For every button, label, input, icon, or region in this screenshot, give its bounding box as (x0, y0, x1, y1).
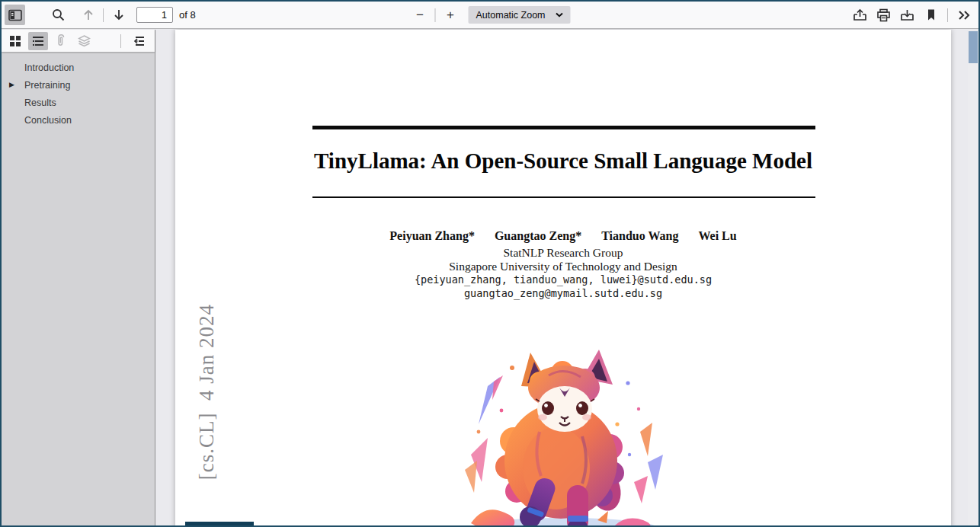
open-file-button[interactable] (850, 5, 870, 25)
double-chevron-icon (958, 10, 971, 21)
affiliation-group: StatNLP Research Group (175, 246, 951, 260)
tools-menu-button[interactable] (954, 5, 975, 25)
outline-item-label: Results (24, 97, 56, 108)
bookmark-icon (926, 8, 937, 21)
layers-view-button[interactable] (74, 32, 94, 50)
current-view-button[interactable] (921, 5, 941, 25)
arrow-up-icon (82, 8, 94, 21)
document-outline: Introduction ▶ Pretraining Results Concl… (2, 52, 155, 129)
arxiv-margin-text: [cs.CL] 4 Jan 2024 (195, 304, 219, 480)
page-count-label: of 8 (179, 9, 196, 21)
outline-item-introduction[interactable]: Introduction (2, 59, 155, 76)
toolbar-left-group: of 8 (2, 5, 196, 25)
vertical-scrollbar[interactable] (968, 30, 978, 525)
main-toolbar: of 8 − + Automatic Zoom (2, 2, 978, 29)
bottom-edge-artifact (185, 522, 254, 525)
email-line-2: guangtao_zeng@mymail.sutd.edu.sg (175, 287, 951, 299)
search-icon (52, 8, 65, 21)
zoom-out-button[interactable]: − (410, 5, 431, 25)
attachments-view-button[interactable] (51, 32, 71, 50)
save-button[interactable] (897, 5, 918, 25)
toggle-sidebar-button[interactable] (5, 5, 25, 25)
email-line-1: {peiyuan_zhang, tianduo_wang, luwei}@sut… (175, 273, 951, 286)
authors-line: Peiyuan Zhang*Guangtao Zeng*Tianduo Wang… (175, 229, 951, 243)
outline-view-button[interactable] (28, 32, 48, 50)
title-rule-top (312, 126, 815, 129)
sidebar-toggle-icon (8, 9, 22, 21)
zoom-in-button[interactable]: + (440, 5, 461, 25)
expand-toggler-icon[interactable]: ▶ (9, 81, 14, 88)
outline-item-label: Conclusion (24, 115, 72, 126)
plus-icon: + (447, 8, 454, 23)
outline-item-label: Pretraining (24, 80, 70, 91)
save-download-icon (900, 8, 914, 22)
current-outline-item-icon (133, 35, 145, 47)
paperclip-icon (55, 34, 67, 47)
llama-illustration (448, 340, 677, 527)
toolbar-right-group (850, 5, 975, 25)
find-button[interactable] (48, 5, 69, 25)
author-name: Wei Lu (698, 229, 736, 242)
author-name: Peiyuan Zhang* (389, 229, 475, 242)
outline-item-pretraining[interactable]: ▶ Pretraining (2, 76, 155, 94)
viewer-area: TinyLlama: An Open-Source Small Language… (156, 30, 978, 525)
toolbar-center-group: − + Automatic Zoom (410, 2, 571, 28)
print-button[interactable] (873, 5, 894, 25)
outline-item-results[interactable]: Results (2, 94, 155, 111)
sidebar-toolbar (2, 30, 155, 52)
page-number-input[interactable] (136, 7, 173, 23)
vertical-scrollbar-thumb[interactable] (969, 31, 978, 63)
thumbnails-view-button[interactable] (5, 32, 25, 50)
outline-item-label: Introduction (24, 62, 74, 73)
chevron-down-icon (556, 12, 564, 18)
current-outline-item-button[interactable] (129, 32, 149, 50)
minus-icon: − (416, 8, 424, 23)
previous-page-button[interactable] (78, 5, 98, 25)
zoom-level-value: Automatic Zoom (476, 10, 546, 21)
print-icon (876, 8, 891, 22)
zoom-level-select[interactable]: Automatic Zoom (469, 6, 571, 24)
outline-item-conclusion[interactable]: Conclusion (2, 111, 155, 129)
pdf-page-1: TinyLlama: An Open-Source Small Language… (175, 30, 951, 527)
pdf-viewer-window: of 8 − + Automatic Zoom (0, 0, 980, 527)
title-rule-bottom (312, 196, 815, 198)
author-name: Tianduo Wang (601, 229, 678, 242)
author-name: Guangtao Zeng* (495, 229, 581, 242)
affiliation-university: Singapore University of Technology and D… (175, 260, 951, 273)
sidebar: Introduction ▶ Pretraining Results Concl… (2, 30, 155, 525)
layers-icon (78, 35, 91, 47)
outline-icon (32, 35, 44, 47)
next-page-button[interactable] (108, 5, 129, 25)
open-file-icon (853, 8, 867, 22)
paper-title: TinyLlama: An Open-Source Small Language… (175, 149, 951, 174)
arrow-down-icon (113, 8, 125, 21)
thumbnails-icon (9, 35, 21, 47)
